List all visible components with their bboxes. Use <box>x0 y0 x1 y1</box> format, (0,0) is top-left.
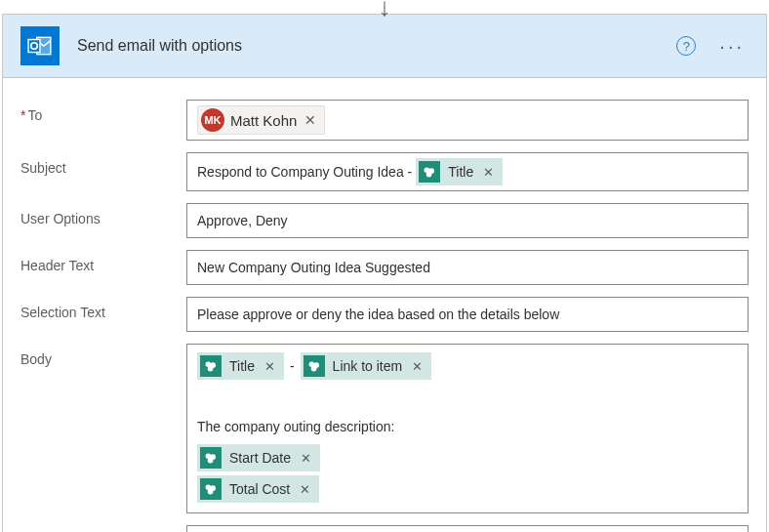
close-icon[interactable]: ✕ <box>481 165 496 180</box>
label-to: *To <box>20 100 186 123</box>
label-header-text: Header Text <box>20 250 186 273</box>
sharepoint-icon <box>200 478 222 500</box>
svg-point-18 <box>208 489 214 495</box>
body-line-1: Title ✕ - Link to item ✕ <box>197 352 738 380</box>
row-to: *To MK Matt Kohn ✕ <box>20 100 749 141</box>
token-label: Total Cost <box>227 481 292 497</box>
selection-text-field[interactable]: Please approve or deny the idea based on… <box>186 297 749 332</box>
arrow-down-icon: ↓ <box>0 0 769 14</box>
user-options-value: Approve, Deny <box>197 213 738 228</box>
user-options-field[interactable]: Approve, Deny <box>186 203 749 238</box>
body-line-total: Total Cost ✕ <box>197 475 738 503</box>
card-body: *To MK Matt Kohn ✕ Subject Respond to Co… <box>3 78 766 532</box>
svg-point-12 <box>310 366 316 372</box>
svg-rect-2 <box>28 40 40 53</box>
label-selection-text: Selection Text <box>20 297 186 320</box>
close-icon[interactable]: ✕ <box>299 451 313 466</box>
separator: - <box>288 358 297 374</box>
row-selection-text: Selection Text Please approve or deny th… <box>20 297 749 332</box>
token-label: Title <box>227 358 257 374</box>
svg-point-9 <box>208 366 214 372</box>
row-body: Body Title ✕ - Link to item ✕ <box>20 344 749 513</box>
token-title[interactable]: Title ✕ <box>197 352 284 380</box>
token-label: Start Date <box>227 450 293 466</box>
row-user-options: User Options Approve, Deny <box>20 203 749 238</box>
token-link-to-item[interactable]: Link to item ✕ <box>301 352 432 380</box>
label-importance: Importance <box>20 525 186 532</box>
row-importance: Importance Normal <box>20 525 749 532</box>
outlook-icon <box>20 26 60 65</box>
help-icon[interactable]: ? <box>676 36 696 56</box>
close-icon[interactable]: ✕ <box>303 112 318 128</box>
token-title[interactable]: Title ✕ <box>416 158 503 185</box>
sharepoint-icon <box>304 355 325 377</box>
label-body: Body <box>20 344 186 367</box>
sharepoint-icon <box>200 447 222 469</box>
header-text-field[interactable]: New Company Outing Idea Suggested <box>186 250 749 285</box>
to-field[interactable]: MK Matt Kohn ✕ <box>186 100 749 141</box>
body-description-text: The company outing description: <box>197 415 738 440</box>
label-to-text: To <box>27 107 42 123</box>
token-total-cost[interactable]: Total Cost ✕ <box>197 475 319 503</box>
person-name: Matt Kohn <box>230 112 297 129</box>
sharepoint-icon <box>200 355 222 377</box>
body-field[interactable]: Title ✕ - Link to item ✕ The company out… <box>186 344 749 513</box>
token-label: Link to item <box>331 358 405 374</box>
close-icon[interactable]: ✕ <box>263 359 277 374</box>
subject-field[interactable]: Respond to Company Outing Idea - Title ✕ <box>186 152 749 191</box>
token-start-date[interactable]: Start Date ✕ <box>197 444 320 471</box>
importance-field[interactable]: Normal <box>186 525 749 532</box>
row-header-text: Header Text New Company Outing Idea Sugg… <box>20 250 749 285</box>
selection-text-value: Please approve or deny the idea based on… <box>197 307 738 322</box>
subject-text: Respond to Company Outing Idea - <box>197 164 412 180</box>
person-chip[interactable]: MK Matt Kohn ✕ <box>197 105 325 135</box>
svg-point-15 <box>208 458 214 464</box>
body-blank-line <box>197 384 738 411</box>
body-line-start: Start Date ✕ <box>197 444 738 471</box>
required-marker: * <box>20 107 25 123</box>
close-icon[interactable]: ✕ <box>298 482 312 497</box>
card-header: Send email with options ? ··· <box>3 15 766 78</box>
more-icon[interactable]: ··· <box>715 35 749 58</box>
action-card: Send email with options ? ··· *To MK Mat… <box>2 14 767 532</box>
header-text-value: New Company Outing Idea Suggested <box>197 260 738 275</box>
avatar: MK <box>201 108 224 132</box>
svg-point-6 <box>426 172 432 178</box>
close-icon[interactable]: ✕ <box>410 359 425 374</box>
label-subject: Subject <box>20 152 186 176</box>
token-label: Title <box>446 164 475 180</box>
sharepoint-icon <box>419 161 440 183</box>
row-subject: Subject Respond to Company Outing Idea -… <box>20 152 749 191</box>
label-user-options: User Options <box>20 203 186 226</box>
card-title: Send email with options <box>77 37 676 55</box>
